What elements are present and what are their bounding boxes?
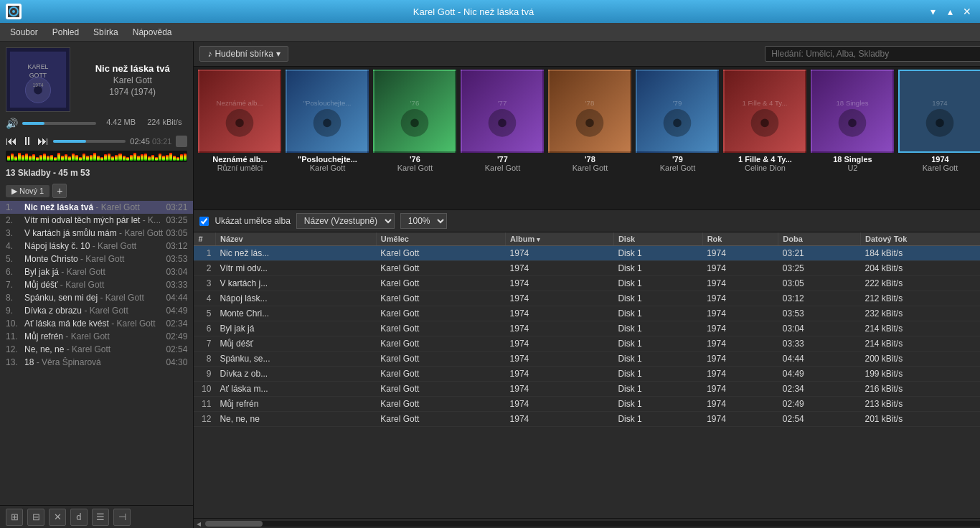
track-name: Můj refrén - Karel Gott	[24, 331, 163, 341]
next-button[interactable]: ⏭	[37, 135, 49, 148]
scroll-track[interactable]	[205, 521, 980, 527]
menu-sbirka[interactable]: Sbírka	[86, 23, 126, 42]
minimize-button[interactable]: ▾	[925, 4, 940, 19]
album-item[interactable]: '79 '79 Karel Gott	[634, 70, 720, 172]
track-item[interactable]: 2. Vítr mi odval těch mých pár let - K..…	[0, 214, 193, 227]
row-num: 1	[194, 246, 215, 261]
table-row[interactable]: 10 Ať láska m... Karel Gott 1974 Disk 1 …	[194, 382, 980, 397]
track-item[interactable]: 5. Monte Christo - Karel Gott 03:53	[0, 253, 193, 265]
row-bitrate: 204 kBit/s	[860, 261, 980, 276]
song-table[interactable]: # Název Umělec Album ▾ Disk Rok Doba Dat…	[194, 232, 980, 518]
album-artist: U2	[809, 164, 895, 172]
table-row[interactable]: 6 Byl jak já Karel Gott 1974 Disk 1 1974…	[194, 321, 980, 336]
track-item[interactable]: 1. Nic než láska tvá - Karel Gott 03:21	[0, 201, 193, 214]
table-row[interactable]: 4 Nápoj lásk... Karel Gott 1974 Disk 1 1…	[194, 291, 980, 306]
album-cover: '77	[461, 70, 544, 153]
table-row[interactable]: 2 Vítr mi odv... Karel Gott 1974 Disk 1 …	[194, 261, 980, 276]
col-num[interactable]: #	[194, 232, 215, 246]
play-pause-button[interactable]: ⏸	[22, 135, 33, 148]
prev-button[interactable]: ⏮	[6, 135, 17, 148]
track-item[interactable]: 11. Můj refrén - Karel Gott 02:49	[0, 330, 193, 343]
track-duration: 02:54	[166, 344, 187, 354]
track-item[interactable]: 3. V kartách já smůlu mám - Karel Gott 0…	[0, 227, 193, 240]
menu-pohled[interactable]: Pohled	[45, 23, 86, 42]
track-item[interactable]: 10. Ať láska má kde kvést - Karel Gott 0…	[0, 317, 193, 330]
album-title: '79	[634, 155, 720, 164]
svg-point-17	[324, 119, 332, 128]
album-cover: '76	[373, 70, 456, 153]
album-item[interactable]: Neznámé alb... Neznámé alb... Různí uměl…	[197, 70, 283, 172]
menu-napoveda[interactable]: Nápověda	[126, 23, 179, 42]
menu-soubor[interactable]: Soubor	[3, 23, 45, 42]
track-duration: 04:30	[166, 357, 187, 367]
play-list-button[interactable]: ▶ Nový 1	[6, 185, 50, 197]
horizontal-scrollbar[interactable]: ◂ ▸	[194, 518, 980, 528]
track-duration: 02:49	[166, 331, 187, 341]
col-album[interactable]: Album ▾	[506, 232, 614, 246]
table-row[interactable]: 3 V kartách j... Karel Gott 1974 Disk 1 …	[194, 276, 980, 291]
scroll-left-btn[interactable]: ◂	[194, 519, 204, 529]
track-name: Byl jak já - Karel Gott	[24, 267, 163, 277]
scroll-thumb[interactable]	[205, 521, 263, 527]
col-year[interactable]: Rok	[702, 232, 778, 246]
col-bitrate[interactable]: Datový Tok	[860, 232, 980, 246]
album-item[interactable]: "Poslouchejte... "Poslouchejte... Karel …	[284, 70, 370, 172]
add-playlist-button[interactable]: +	[52, 184, 67, 198]
album-item[interactable]: 1974 1974 Karel Gott	[897, 70, 980, 172]
album-item[interactable]: '77 '77 Karel Gott	[459, 70, 545, 172]
tb-button-6[interactable]: ⊣	[113, 509, 131, 526]
menu-bar: Soubor Pohled Sbírka Nápověda	[0, 23, 980, 42]
progress-bar[interactable]	[53, 140, 126, 143]
zoom-select[interactable]: 100%	[400, 213, 447, 229]
tb-button-3[interactable]: ✕	[49, 509, 66, 526]
row-name: Spánku, se...	[215, 352, 376, 367]
row-num: 6	[194, 321, 215, 336]
row-dur: 04:44	[778, 352, 861, 367]
table-row[interactable]: 8 Spánku, se... Karel Gott 1974 Disk 1 1…	[194, 352, 980, 367]
table-row[interactable]: 5 Monte Chri... Karel Gott 1974 Disk 1 1…	[194, 306, 980, 321]
track-info: Nic než láska tvá Karel Gott 1974 (1974)	[77, 63, 187, 97]
table-row[interactable]: 9 Dívka z ob... Karel Gott 1974 Disk 1 1…	[194, 367, 980, 382]
table-row[interactable]: 12 Ne, ne, ne Karel Gott 1974 Disk 1 197…	[194, 412, 980, 427]
album-item[interactable]: '76 '76 Karel Gott	[372, 70, 458, 172]
track-item[interactable]: 9. Dívka z obrazu - Karel Gott 04:49	[0, 304, 193, 317]
album-item[interactable]: '78 '78 Karel Gott	[547, 70, 633, 172]
stop-button[interactable]	[176, 136, 187, 147]
track-item[interactable]: 13. 18 - Věra Špinarová 04:30	[0, 356, 193, 369]
row-disk: Disk 1	[613, 397, 702, 412]
album-item[interactable]: 1 Fille & 4 Ty... 1 Fille & 4 Ty... Celi…	[722, 70, 808, 172]
col-artist[interactable]: Umělec	[376, 232, 505, 246]
show-artist-label: Ukázat umělce alba	[215, 216, 290, 226]
collection-button[interactable]: ♪ Hudební sbírka ▾	[199, 46, 288, 62]
col-name[interactable]: Název	[215, 232, 376, 246]
show-artist-checkbox[interactable]	[199, 217, 209, 226]
row-artist: Karel Gott	[376, 321, 505, 336]
search-input[interactable]	[765, 46, 980, 62]
track-item[interactable]: 7. Můj déšť - Karel Gott 03:33	[0, 278, 193, 291]
table-row[interactable]: 7 Můj déšť Karel Gott 1974 Disk 1 1974 0…	[194, 336, 980, 352]
track-item[interactable]: 4. Nápoj lásky č. 10 - Karel Gott 03:12	[0, 240, 193, 253]
tb-button-1[interactable]: ⊞	[6, 509, 23, 526]
tb-button-4[interactable]: d	[70, 509, 88, 526]
album-item[interactable]: 18 Singles 18 Singles U2	[809, 70, 895, 172]
close-button[interactable]: ✕	[960, 4, 974, 19]
track-duration: 02:34	[166, 319, 187, 329]
main-area: KAREL GOTT 1974 Nic než láska tvá Karel …	[0, 42, 980, 528]
track-list[interactable]: 1. Nic než láska tvá - Karel Gott 03:212…	[0, 201, 193, 505]
col-disk[interactable]: Disk	[613, 232, 702, 246]
sort-select[interactable]: Název (Vzestupně)	[296, 213, 395, 229]
restore-button[interactable]: ▴	[943, 4, 957, 19]
tb-button-5[interactable]: ☰	[92, 509, 109, 526]
table-row[interactable]: 1 Nic než lás... Karel Gott 1974 Disk 1 …	[194, 246, 980, 261]
track-item[interactable]: 12. Ne, ne, ne - Karel Gott 02:54	[0, 343, 193, 356]
volume-slider[interactable]	[22, 122, 96, 125]
track-item[interactable]: 6. Byl jak já - Karel Gott 03:04	[0, 265, 193, 278]
row-year: 1974	[702, 336, 778, 352]
tb-button-2[interactable]: ⊟	[27, 509, 44, 526]
album-grid[interactable]: Neznámé alb... Neznámé alb... Různí uměl…	[194, 67, 980, 210]
row-name: Monte Chri...	[215, 306, 376, 321]
right-area: ♪ Hudební sbírka ▾ Neznámé alb... Neznám…	[194, 42, 980, 528]
col-dur[interactable]: Doba	[778, 232, 861, 246]
track-item[interactable]: 8. Spánku, sen mi dej - Karel Gott 04:44	[0, 291, 193, 304]
table-row[interactable]: 11 Můj refrén Karel Gott 1974 Disk 1 197…	[194, 397, 980, 412]
